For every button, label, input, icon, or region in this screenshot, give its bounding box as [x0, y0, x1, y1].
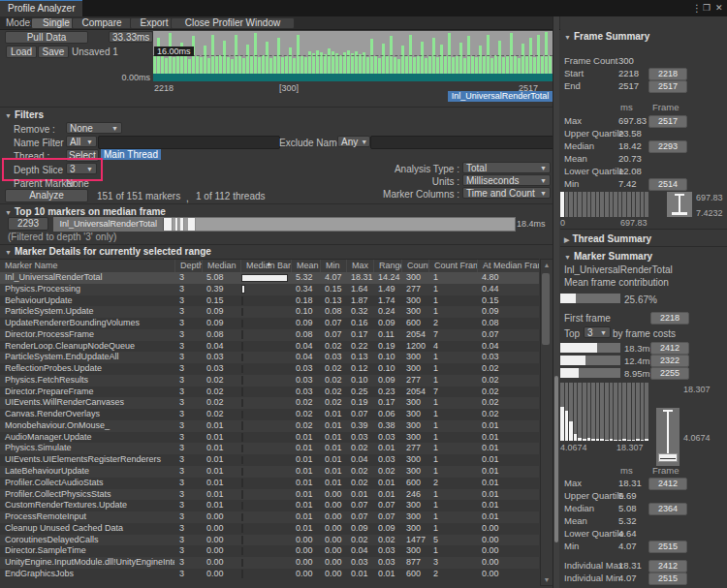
load-button[interactable]: Load: [6, 46, 37, 58]
top-n-dropdown[interactable]: 3▼: [584, 326, 611, 338]
table-cell: 877: [401, 557, 428, 569]
frame-button[interactable]: 2322: [650, 355, 689, 367]
frame-time-chart[interactable]: [153, 31, 553, 81]
table-row[interactable]: Profiler.CollectAudioStats30.010.010.010…: [0, 478, 539, 489]
marker-summary-header[interactable]: ▼Marker Summary: [564, 251, 652, 262]
marker-details-section-header[interactable]: ▼Marker Details for currently selected r…: [5, 246, 211, 257]
chart-bar: [549, 55, 552, 74]
frame-button[interactable]: 2412: [650, 342, 689, 355]
close-profiler-window-button[interactable]: Close Profiler Window: [171, 17, 295, 29]
frame-button[interactable]: 2412: [648, 560, 687, 573]
table-row[interactable]: BehaviourUpdate30.150.180.131.871.743001…: [0, 295, 539, 307]
marker-columns-dropdown[interactable]: Time and Count▼: [462, 187, 551, 199]
table-cell: 3: [174, 284, 202, 295]
depth-slice-dropdown[interactable]: 3▼: [66, 163, 97, 174]
table-row[interactable]: ParticleSystem.Update30.090.100.080.320.…: [0, 306, 539, 318]
save-button[interactable]: Save: [38, 46, 69, 58]
frame-button[interactable]: 2218: [650, 312, 689, 325]
column-header[interactable]: At Median Frame: [477, 260, 539, 272]
table-cell: Director.PrepareFrame: [0, 387, 174, 398]
table-row[interactable]: CoroutinesDelayedCalls30.000.000.000.020…: [0, 535, 539, 546]
column-header[interactable]: Max: [346, 260, 373, 272]
column-header[interactable]: Mean: [291, 260, 320, 272]
right-panel-scrollbar-thumb[interactable]: [554, 376, 558, 542]
table-row[interactable]: ProcessRemoteInput30.000.010.000.070.073…: [0, 511, 539, 523]
stat-label: Max: [564, 478, 582, 488]
top10-marker-bar[interactable]: Inl_UniversalRenderTotal: [53, 217, 516, 232]
column-header[interactable]: Min: [320, 260, 346, 272]
table-row[interactable]: Director.PrepareFrame30.020.030.020.250.…: [0, 387, 539, 398]
column-header[interactable]: Median Bar▲: [240, 260, 291, 272]
table-row[interactable]: Inl_UniversalRenderTotal35.085.324.0718.…: [0, 272, 539, 284]
depth-slice-label: Depth Slice :: [14, 165, 69, 175]
table-row[interactable]: UnityEngine.InputModule.dll!UnityEngineI…: [0, 557, 539, 569]
table-row[interactable]: LateBehaviourUpdate30.010.010.010.020.02…: [0, 466, 539, 478]
remove-dropdown[interactable]: None▼: [66, 122, 122, 134]
table-scrollbar[interactable]: ▲ ▼: [540, 259, 553, 586]
table-row[interactable]: Physics.FetchResults30.020.030.020.100.0…: [0, 375, 539, 387]
table-row[interactable]: Director.ProcessFrame30.080.080.070.170.…: [0, 329, 539, 341]
analyze-button[interactable]: Analyze: [5, 189, 88, 202]
frame-button[interactable]: 2517: [648, 80, 687, 93]
column-header[interactable]: Depth: [174, 260, 202, 272]
thread-select-button[interactable]: Select: [66, 149, 99, 162]
table-row[interactable]: Canvas.RenderOverlays30.020.020.010.070.…: [0, 409, 539, 420]
table-row[interactable]: UIEvents.WillRenderCanvases30.020.020.02…: [0, 397, 539, 409]
units-dropdown[interactable]: Milliseconds▼: [462, 174, 551, 186]
table-row[interactable]: Physics.Processing30.390.340.151.641.492…: [0, 284, 539, 295]
table-row[interactable]: Physics.Simulate30.010.010.010.020.01277…: [0, 443, 539, 454]
table-row[interactable]: Profiler.CollectPhysicsStats30.010.010.0…: [0, 489, 539, 501]
table-cell: 1: [428, 432, 477, 444]
chart-bar: [541, 56, 544, 74]
frame-button[interactable]: 2514: [648, 178, 687, 191]
frame-summary-header[interactable]: ▼Frame Summary: [564, 31, 649, 42]
exclude-mode-dropdown[interactable]: Any▼: [337, 136, 370, 147]
column-header[interactable]: Marker Name: [0, 260, 174, 272]
frame-button[interactable]: 2517: [648, 115, 687, 128]
table-row[interactable]: UpdateRendererBoundingVolumes30.090.090.…: [0, 318, 539, 329]
table-row[interactable]: CustomRenderTextures.Update30.010.010.00…: [0, 500, 539, 511]
mode-compare-button[interactable]: Compare: [72, 17, 132, 29]
frame-button[interactable]: 2218: [648, 68, 687, 80]
expand-triangle-icon: ▶: [564, 236, 569, 243]
frame-scale-dropdown[interactable]: 33.33ms▼: [109, 31, 153, 43]
pull-data-button[interactable]: Pull Data: [5, 31, 88, 44]
column-header[interactable]: Range: [373, 260, 401, 272]
frame-button[interactable]: 2412: [648, 478, 687, 490]
median-frame-button[interactable]: 2293: [8, 217, 48, 231]
close-icon[interactable]: ✕: [715, 3, 723, 13]
thread-summary-header[interactable]: ▶Thread Summary: [564, 233, 651, 244]
marker-summary-stats: Max18.312412Upper Quartile5.69Median5.08…: [560, 478, 727, 553]
analysis-type-dropdown[interactable]: Total▼: [462, 162, 551, 173]
scroll-up-icon[interactable]: ▲: [541, 262, 553, 268]
frame-button[interactable]: 2515: [648, 573, 687, 585]
table-scrollbar-thumb[interactable]: [542, 273, 550, 345]
frame-button[interactable]: 2515: [648, 541, 687, 553]
table-row[interactable]: Cleanup Unused Cached Data30.000.010.000…: [0, 523, 539, 535]
table-row[interactable]: ParticleSystem.EndUpdateAll30.030.040.03…: [0, 352, 539, 363]
frame-button[interactable]: 2255: [650, 367, 689, 380]
name-filter-mode-dropdown[interactable]: All▼: [66, 136, 97, 147]
top10-section-header[interactable]: ▼Top 10 markers on median frame: [5, 206, 166, 217]
column-header[interactable]: Count Frame: [428, 260, 477, 272]
column-header[interactable]: Median: [202, 260, 240, 272]
scroll-down-icon[interactable]: ▼: [541, 576, 553, 583]
table-row[interactable]: EndGraphicsJobs30.000.000.000.010.016002…: [0, 569, 539, 580]
table-row[interactable]: ReflectionProbes.Update30.030.030.020.12…: [0, 363, 539, 375]
table-row[interactable]: Monobehaviour.OnMouse_30.010.020.010.390…: [0, 420, 539, 432]
selected-marker-chip[interactable]: Inl_UniversalRenderTotal: [448, 91, 553, 102]
filters-section-header[interactable]: ▼Filters: [5, 109, 44, 120]
name-filter-input[interactable]: [98, 136, 280, 149]
chart-bar: [479, 46, 482, 74]
kebab-menu-icon[interactable]: ⋮: [692, 3, 702, 14]
frame-button[interactable]: 2293: [648, 140, 687, 153]
right-panel-scrollbar[interactable]: [553, 16, 559, 588]
exclude-names-input[interactable]: [370, 136, 554, 149]
frame-button[interactable]: 2364: [648, 503, 687, 515]
table-row[interactable]: Director.SampleTime30.000.000.000.040.03…: [0, 545, 539, 557]
column-header[interactable]: Count: [401, 260, 428, 272]
maximize-icon[interactable]: ❐: [703, 3, 711, 13]
table-row[interactable]: UIEvents.UIElementsRegisterRenderers30.0…: [0, 454, 539, 466]
table-row[interactable]: RenderLoop.CleanupNodeQueue30.040.040.02…: [0, 341, 539, 353]
table-row[interactable]: AudioManager.Update30.010.010.010.030.03…: [0, 432, 539, 444]
